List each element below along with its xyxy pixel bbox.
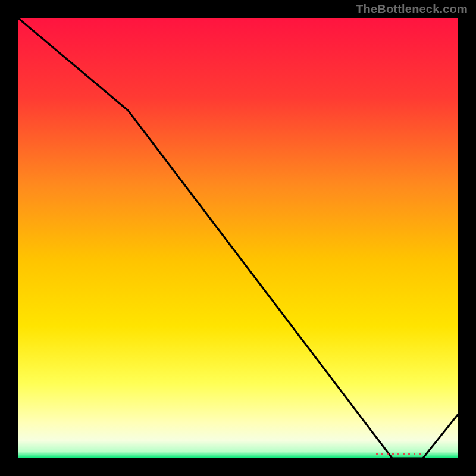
curve-polyline xyxy=(18,18,458,458)
marker-dotted-band xyxy=(374,451,422,457)
chart-line xyxy=(18,18,458,458)
watermark-text: TheBottleneck.com xyxy=(356,2,468,16)
